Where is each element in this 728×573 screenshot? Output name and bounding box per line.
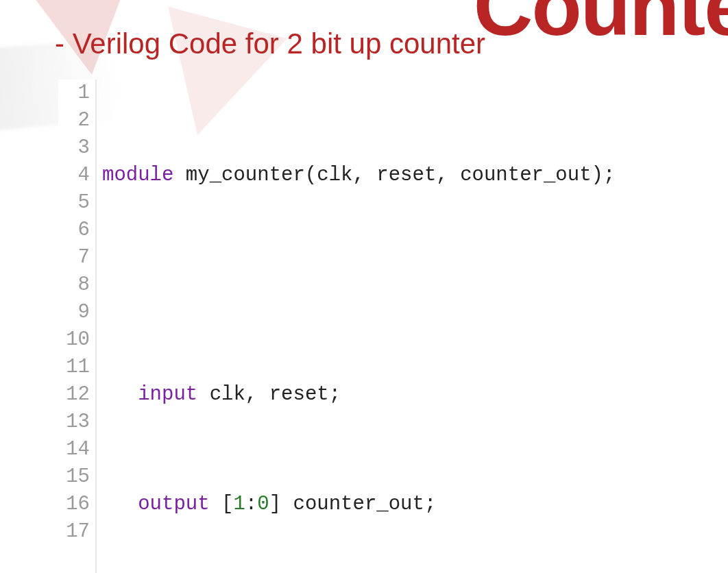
- line-number: 15: [58, 463, 90, 491]
- keyword-output: output: [138, 493, 209, 515]
- comma: ,: [436, 164, 460, 186]
- line-number: 7: [58, 244, 90, 271]
- number: 1: [233, 493, 245, 515]
- code-line: input clk, reset;: [102, 381, 639, 409]
- line-number: 4: [58, 162, 90, 189]
- bracket-close: ]: [269, 493, 281, 515]
- keyword-input: input: [138, 383, 197, 406]
- identifier: clk: [210, 383, 245, 406]
- line-number: 6: [58, 217, 90, 244]
- code-line-blank: [102, 271, 639, 299]
- line-number: 12: [58, 381, 90, 409]
- comma: ,: [352, 164, 376, 186]
- code-block: 1 2 3 4 5 6 7 8 9 10 11 12 13 14 15 16 1…: [58, 80, 728, 573]
- space: [173, 164, 185, 186]
- comma: ,: [245, 383, 269, 406]
- identifier-module-name: my_counter: [186, 164, 305, 186]
- identifier: counter_out: [460, 164, 591, 186]
- semicolon: ;: [424, 493, 436, 515]
- slide-subtitle: - Verilog Code for 2 bit up counter: [55, 27, 728, 60]
- identifier: clk: [317, 164, 352, 186]
- colon: :: [245, 493, 257, 515]
- line-number: 8: [58, 271, 90, 299]
- identifier: reset: [376, 164, 436, 186]
- code-line: output [1:0] counter_out;: [102, 491, 639, 518]
- line-number-gutter: 1 2 3 4 5 6 7 8 9 10 11 12 13 14 15 16 1…: [58, 80, 97, 573]
- line-number: 13: [58, 409, 90, 436]
- identifier: counter_out: [293, 493, 424, 515]
- identifier: reset: [269, 383, 329, 406]
- indent: [102, 383, 138, 406]
- line-number: 11: [58, 354, 90, 381]
- semicolon: ;: [603, 164, 615, 186]
- space: [281, 493, 293, 515]
- code-content: module my_counter(clk, reset, counter_ou…: [97, 80, 639, 573]
- number: 0: [257, 493, 269, 515]
- line-number: 1: [58, 80, 90, 107]
- keyword-module: module: [102, 164, 173, 186]
- semicolon: ;: [329, 383, 341, 406]
- line-number: 17: [58, 518, 90, 546]
- line-number: 9: [58, 299, 90, 326]
- line-number: 3: [58, 134, 90, 162]
- paren-open: (: [305, 164, 317, 186]
- line-number: 14: [58, 436, 90, 463]
- space: [197, 383, 209, 406]
- line-number: 5: [58, 189, 90, 217]
- indent: [102, 493, 138, 515]
- space: [210, 493, 221, 515]
- line-number: 2: [58, 107, 90, 134]
- line-number: 16: [58, 491, 90, 518]
- paren-close: ): [592, 164, 603, 186]
- line-number: 10: [58, 326, 90, 354]
- bracket-open: [: [221, 493, 233, 515]
- code-line: module my_counter(clk, reset, counter_ou…: [102, 162, 639, 189]
